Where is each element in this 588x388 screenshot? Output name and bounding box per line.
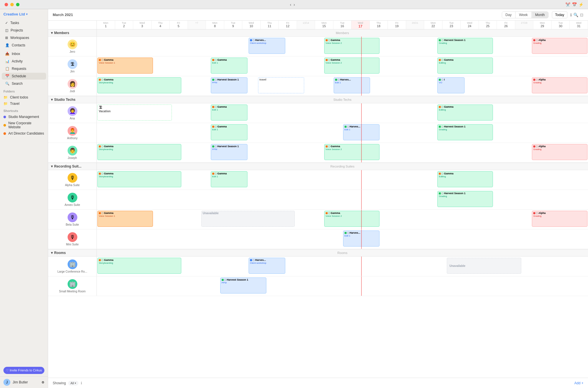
date-col-16: Fri19: [388, 21, 406, 29]
event-jim-gamma-vs1[interactable]: Gamma Voice Session 1: [97, 58, 153, 74]
view-week-button[interactable]: Week: [515, 12, 531, 18]
event-jim-gamma-vs2[interactable]: Gamma Voice Session 2: [324, 58, 380, 74]
search-topbar-icon[interactable]: 🔍: [573, 13, 578, 17]
sidebar: Creative Ltd ▾ ✓ Tasks ◫ Projects ⊞ Work…: [0, 9, 48, 388]
event-joseph-gamma-storyboard[interactable]: Gamma Storyboarding: [97, 144, 181, 160]
member-events-anthony: Gamma Edit 1 Harves...: [97, 123, 588, 143]
projects-icon: ◫: [5, 28, 8, 32]
event-anthony-hs1-grading[interactable]: Harvest Season 1 Grading: [437, 124, 493, 140]
member-events-alpha-suite: Gamma Storyboarding Gamma: [97, 170, 588, 190]
toolbar-icon-1[interactable]: ✂️: [565, 2, 570, 7]
date-col-26: Wed31: [570, 21, 588, 29]
view-day-button[interactable]: Day: [502, 12, 515, 18]
event-jero-harvest-workshop[interactable]: Harves... Client workshop: [249, 38, 285, 54]
event-ana-gamma-edit1[interactable]: Gamma Edit 1: [211, 105, 247, 121]
event-ana-vacation[interactable]: 🏝 Vacation: [97, 105, 172, 121]
member-events-jodi: Gamma Storyboarding Harvest Season 1: [97, 76, 588, 96]
member-name-jodi: Jodi: [70, 90, 75, 93]
folder-travel[interactable]: 📁 Travel: [0, 101, 48, 107]
traffic-light-green[interactable]: [16, 3, 19, 6]
event-jero-hs1-grading[interactable]: Harvest Season 1 Grading: [437, 38, 493, 54]
showing-info-icon[interactable]: ℹ: [81, 381, 82, 385]
member-info-jim: 🏝 Jim: [48, 56, 97, 76]
event-ana-gamma-editing[interactable]: Gamma Editing: [437, 105, 493, 121]
member-name-anthony: Anthony: [67, 137, 78, 140]
company-dropdown-icon: ▾: [26, 13, 27, 16]
sidebar-nav-tasks[interactable]: ✓ Tasks: [2, 19, 46, 26]
studio-techs-section-label: Studio Techs: [54, 98, 75, 102]
event-beta-suite-gamma-vs1[interactable]: Gamma Voice Session 1: [97, 211, 153, 227]
event-alpha-suite-gamma-storyboard[interactable]: Gamma Storyboarding: [97, 171, 181, 187]
event-beta-suite-unavailable[interactable]: Unavailable: [201, 211, 295, 227]
studio-techs-section-header[interactable]: ▾ Studio Techs Studio Techs: [48, 96, 588, 103]
nav-back-button[interactable]: ‹: [290, 2, 291, 7]
members-section-header[interactable]: ▾ Members Members: [48, 29, 588, 37]
company-selector[interactable]: Creative Ltd ▾: [0, 9, 48, 19]
event-joseph-hs1-ppm[interactable]: Harvest Season 1 PPM: [211, 144, 247, 160]
showing-value-badge[interactable]: All ▾: [68, 381, 78, 385]
tasks-icon: ✓: [5, 21, 8, 25]
showing-label: Showing: [53, 381, 66, 385]
event-jim-gamma-edit1[interactable]: Gamma Edit 1: [211, 58, 247, 74]
view-month-button[interactable]: Month: [532, 12, 548, 18]
event-beta-suite-gamma-vs2[interactable]: Gamma Voice Session 2: [324, 211, 380, 227]
event-jodi-travel[interactable]: travel: [258, 77, 304, 93]
event-jodi-alpha-grading[interactable]: Alpha Grading: [532, 77, 587, 93]
member-info-jodi: 👩 Jodi: [48, 76, 97, 96]
invite-button[interactable]: ♡ Invite Friends to Cirkus: [3, 367, 44, 374]
event-jodi-harvest-edit1[interactable]: Harves... Edit 1: [334, 77, 370, 93]
sidebar-nav-activity[interactable]: 📊 Activity: [2, 58, 46, 65]
event-jodi-ivo[interactable]: I VO: [437, 77, 465, 93]
sidebar-nav-search[interactable]: 🔍 Search: [2, 80, 46, 87]
date-col-22: Fri26: [497, 21, 515, 29]
user-footer[interactable]: J Jim Butler ⚙: [0, 376, 48, 388]
sidebar-nav-schedule[interactable]: 📅 Schedule: [2, 73, 46, 80]
rooms-section-header[interactable]: ▾ Rooms Rooms: [48, 249, 588, 257]
sidebar-nav-contacts[interactable]: 👤 Contacts: [2, 42, 46, 49]
sidebar-nav-projects[interactable]: ◫ Projects: [2, 27, 46, 34]
nav-forward-button[interactable]: ›: [294, 2, 295, 7]
sidebar-nav-workspaces[interactable]: ⊞ Workspaces: [2, 34, 46, 41]
event-jim-gamma-editing[interactable]: Gamma Editing: [437, 58, 493, 74]
shortcut-art-director[interactable]: Art Director Candidates: [0, 130, 48, 137]
event-anthony-gamma-edit1[interactable]: Gamma Edit 1: [211, 124, 247, 140]
folder-client-todos[interactable]: 📁 Client todos: [0, 94, 48, 101]
event-large-conf-unavailable[interactable]: Unavailable: [447, 258, 521, 274]
date-col-12: 13/14: [297, 21, 315, 29]
event-alpha-suite-gamma-edit1[interactable]: Gamma Edit 1: [211, 171, 247, 187]
calendar-scroll[interactable]: Mon1 Tue2 Wed3 Thu4 Fri5 +7 Mon8 Tue9 We…: [48, 21, 588, 378]
event-large-conf-gamma-storyboard[interactable]: Gamma Storyboarding: [97, 258, 181, 274]
layout-icon[interactable]: ⊡: [580, 13, 583, 17]
traffic-light-red[interactable]: [5, 3, 8, 6]
date-header-row: Mon1 Tue2 Wed3 Thu4 Fri5 +7 Mon8 Tue9 We…: [48, 21, 588, 29]
date-col-21: Thu25: [479, 21, 497, 29]
event-small-meeting-hs1-ppm[interactable]: Harvest Season 1 PPM: [220, 277, 266, 294]
shortcut-new-corporate[interactable]: New Corporate Website: [0, 120, 48, 130]
event-jodi-hs1-ppm[interactable]: Harvest Season 1 PPM: [211, 77, 247, 93]
avatar-jero: 😊: [68, 40, 77, 49]
today-button[interactable]: Today: [552, 11, 567, 18]
event-alpha-suite-gamma-editing[interactable]: Gamma Editing: [437, 171, 493, 187]
event-jero-alpha-grading[interactable]: Alpha Grading: [532, 38, 587, 54]
studio-techs-section-right: Studio Techs: [97, 96, 588, 103]
event-large-conf-harvest-workshop[interactable]: Harves... Client workshop: [249, 258, 285, 274]
date-col-4: Thu4: [152, 21, 170, 29]
add-button[interactable]: Add +: [574, 381, 583, 385]
traffic-light-yellow[interactable]: [10, 3, 14, 6]
shortcut-studio-mgmt[interactable]: Studio Management: [0, 114, 48, 120]
event-jodi-gamma-storyboard[interactable]: Gamma Storyboarding: [97, 77, 181, 93]
event-beta-suite-alpha-grading[interactable]: Alpha Grading: [532, 211, 587, 227]
search-icon: 🔍: [5, 82, 9, 86]
event-jero-gamma-vs2[interactable]: Gamma Voice Session 2: [324, 38, 380, 54]
user-avatar: J: [3, 379, 10, 386]
toolbar-icon-3[interactable]: ⚡: [579, 2, 583, 7]
event-joseph-gamma-vs2[interactable]: Gamma Voice Session 2: [324, 144, 380, 160]
sidebar-nav-requests[interactable]: 📋 Requests: [2, 65, 46, 72]
event-joseph-alpha-grading[interactable]: Alpha Grading: [532, 144, 587, 160]
recording-suites-section-header[interactable]: ▾ Recording Suit... Recording Suites: [48, 163, 588, 170]
toolbar-icon-2[interactable]: 📅: [572, 2, 577, 7]
event-annex-suite-hs1-grading[interactable]: Harvest Season 1 Grading: [437, 191, 493, 207]
today-line-mini-suite: [361, 229, 362, 249]
info-icon[interactable]: ℹ: [570, 13, 572, 17]
sidebar-nav-inbox[interactable]: 📥 Inbox: [2, 50, 46, 57]
